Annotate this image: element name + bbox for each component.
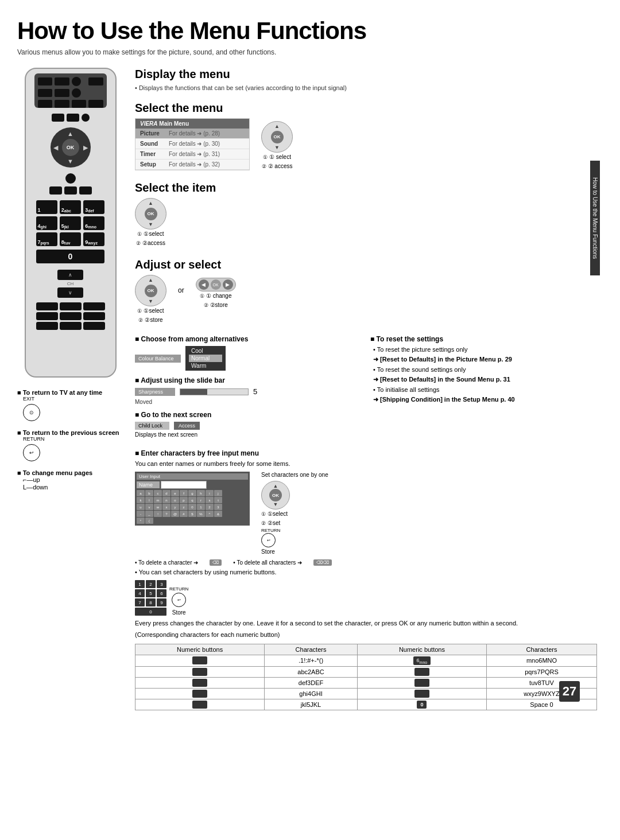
delete-char-icon: ⌫ — [210, 559, 222, 566]
cb-warm: Warm — [189, 362, 222, 370]
menu-row-sound: Sound For details ➜ (p. 30) — [135, 139, 249, 149]
userinput-box: User Input Name abc def ghi jkl mno pqr — [135, 472, 597, 555]
return-btn[interactable]: ↩ — [261, 533, 276, 547]
num-grid-small: 123 456 789 0 — [135, 580, 166, 616]
colour-balance-label: Colour Balance — [135, 355, 181, 363]
free-input-desc: You can enter names or numbers freely fo… — [135, 460, 597, 467]
col-header-4: Characters — [487, 644, 597, 655]
corresponding-text: (Corresponding characters for each numer… — [135, 631, 597, 638]
ui-name-input[interactable] — [161, 481, 207, 489]
reset-item-5: • To initialise all settings — [373, 386, 597, 393]
sharpness-label: Sharpness — [135, 388, 175, 396]
delete-row: • To delete a character ➜ ⌫ • To delete … — [135, 559, 597, 566]
cb-cool: Cool — [189, 347, 222, 355]
select-item-layout: ▲ ▼ OK ①①select ②②access — [135, 198, 597, 248]
menu-row-setup: Setup For details ➜ (p. 32) — [135, 160, 249, 170]
slide-bar — [180, 388, 249, 395]
select-item-title: Select the item — [135, 181, 597, 195]
display-menu-section: Display the menu • Displays the function… — [135, 68, 597, 91]
select-menu-section: Select the menu VIERA Main Menu Picture … — [135, 102, 597, 171]
free-input-section: Enter characters by free input menu You … — [135, 449, 597, 710]
num-store-row: 123 456 789 0 RETURN ↩ Store — [135, 580, 597, 616]
adjust-select-title: Adjust or select — [135, 258, 597, 271]
page-subtitle: Various menus allow you to make settings… — [17, 48, 597, 56]
display-menu-subtitle: • Displays the functions that can be set… — [135, 84, 597, 91]
menu-row-timer: Timer For details ➜ (p. 31) — [135, 149, 249, 160]
store-label: Store — [261, 549, 275, 555]
cb-normal: Normal — [189, 355, 222, 362]
table-row: ghi4GHI wxyz9WXYZ — [135, 689, 597, 699]
table-row: .1!:#+-*() 6mno mno6MNO — [135, 655, 597, 667]
return-btn-2[interactable]: ↩ — [172, 593, 186, 607]
slide-bar-box: Sharpness 5 — [135, 387, 362, 396]
slide-bar-header: Adjust using the slide bar — [135, 376, 362, 384]
delete-all-icon: ⌫⌫ — [313, 559, 332, 566]
choose-header: Choose from among alternatives — [135, 335, 362, 343]
left-bullets: Choose from among alternatives Colour Ba… — [135, 335, 362, 444]
content-column: Display the menu • Displays the function… — [135, 68, 597, 710]
reset-settings: To reset the settings • To reset the pic… — [370, 335, 597, 403]
moved-label: Moved — [135, 399, 362, 405]
ui-label: User Input — [137, 473, 248, 480]
tip-return-prev: ■ To return to the previous screen RETUR… — [17, 429, 123, 461]
page-number: 27 — [559, 681, 580, 702]
next-screen-section: Go to the next screen Child Lock Access … — [135, 411, 362, 438]
colour-balance-box: Colour Balance Cool Normal Warm — [135, 346, 362, 371]
slide-bar-value: 5 — [253, 387, 257, 396]
child-lock-box: Child Lock Access — [135, 422, 362, 430]
table-row: def3DEF tuv8TUV — [135, 678, 597, 689]
right-bullets: To reset the settings • To reset the pic… — [370, 335, 597, 444]
remote-control: ▲ ▼ ◀ ▶ OK — [25, 68, 117, 378]
set-chars-group: Set characters one by one ▲ ▼ OK ① ①sele… — [261, 472, 328, 555]
choose-alternatives: Choose from among alternatives Colour Ba… — [135, 335, 362, 371]
slide-bar-section: Adjust using the slide bar Sharpness 5 M… — [135, 376, 362, 405]
reset-item-1: • To reset the picture settings only — [373, 346, 597, 353]
next-screen-header: Go to the next screen — [135, 411, 362, 419]
reset-header: To reset the settings — [370, 335, 597, 343]
col-header-2: Characters — [265, 644, 358, 655]
every-press-text: Every press changes the character by one… — [135, 619, 597, 628]
ui-name-label: Name — [137, 481, 160, 488]
table-row: abc2ABC pqrs7PQRS — [135, 667, 597, 678]
table-row: jkl5JKL 0 Space 0 — [135, 699, 597, 710]
return-store-group: RETURN ↩ Store — [169, 586, 188, 616]
menu-row-picture: Picture For details ➜ (p. 28) — [135, 129, 249, 139]
numeric-table: Numeric buttons Characters Numeric butto… — [135, 644, 597, 711]
set-chars-title: Set characters one by one — [261, 472, 328, 478]
reset-item-6: ➜ [Shipping Condition] in the Setup Menu… — [373, 396, 597, 403]
col-header-3: Numeric buttons — [357, 644, 486, 655]
adjust-select-section: Adjust or select ▲ ▼ OK ①①select ②②store… — [135, 258, 597, 325]
page-title: How to Use the Menu Functions — [17, 17, 597, 45]
viera-menu-demo: VIERA Main Menu Picture For details ➜ (p… — [135, 118, 597, 171]
remote-column: ▲ ▼ ◀ ▶ OK — [17, 68, 123, 710]
remote-tips: ■ To return to TV at any time EXIT ⊙ ■ T… — [17, 389, 123, 491]
ui-name-row: Name — [137, 481, 248, 489]
two-col-section: Choose from among alternatives Colour Ba… — [135, 335, 597, 444]
side-tab: How to Use the Menu Functions — [590, 161, 600, 275]
select-item-section: Select the item ▲ ▼ OK ①①select ②②access — [135, 181, 597, 248]
select-menu-title: Select the menu — [135, 102, 597, 115]
numeric-note: • You can set characters by using numeri… — [135, 569, 597, 575]
access-label: Access — [174, 422, 200, 430]
next-screen-desc: Displays the next screen — [135, 431, 362, 438]
ok-button-group: ▲ ▼ OK ① ① select ② ② access — [261, 121, 293, 171]
tip-return-tv: ■ To return to TV at any time EXIT ⊙ — [17, 389, 123, 421]
set-ok-dpad: ▲ ▼ OK — [261, 481, 290, 510]
adjust-layout: ▲ ▼ OK ①①select ②②store or ◀ OK ▶ — [135, 275, 597, 325]
col-header-1: Numeric buttons — [135, 644, 265, 655]
user-input-panel: User Input Name abc def ghi jkl mno pqr — [135, 472, 250, 526]
reset-item-2: ➜ [Reset to Defaults] in the Picture Men… — [373, 356, 597, 363]
cb-options: Cool Normal Warm — [185, 346, 226, 371]
display-menu-title: Display the menu — [135, 68, 597, 81]
reset-list: • To reset the picture settings only ➜ [… — [373, 346, 597, 403]
reset-item-3: • To reset the sound settings only — [373, 366, 597, 373]
menu-box: VIERA Main Menu Picture For details ➜ (p… — [135, 118, 250, 170]
tip-change-pages: ■ To change menu pages ⌐— up L— down — [17, 469, 123, 491]
child-lock-label: Child Lock — [135, 422, 169, 430]
keyboard-grid: abc def ghi jkl mno pqr stu vwx yz0 123 … — [137, 490, 248, 524]
reset-item-4: ➜ [Reset to Defaults] in the Sound Menu … — [373, 376, 597, 383]
free-input-header: Enter characters by free input menu — [135, 449, 597, 457]
